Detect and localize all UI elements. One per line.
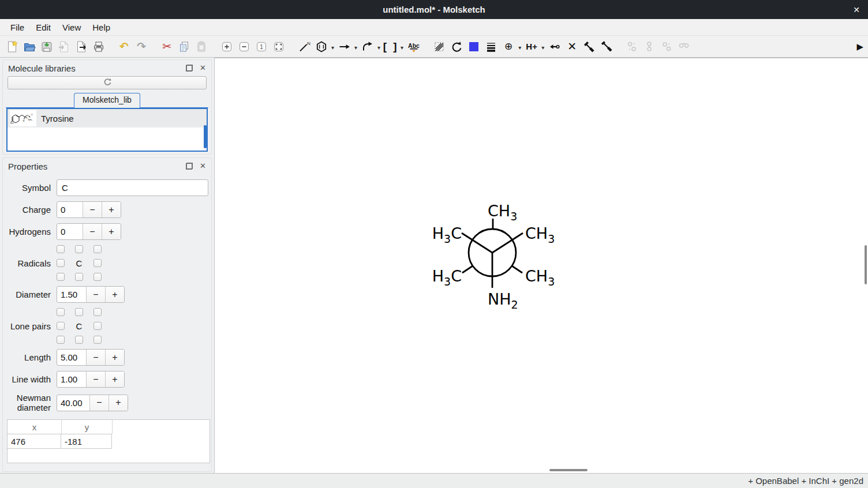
refresh-libraries-button[interactable] [8, 76, 207, 89]
bond[interactable] [512, 266, 522, 273]
radical-checkbox[interactable] [75, 273, 83, 281]
print-button[interactable] [91, 38, 107, 55]
drawing-canvas[interactable]: CH3H3CCH3H3CCH3NH2 [215, 58, 868, 473]
float-panel-icon[interactable] [186, 163, 193, 170]
mechanism-arrow-button[interactable] [360, 38, 376, 55]
radical-checkbox[interactable] [93, 259, 102, 267]
line-width-decrement-button[interactable]: − [86, 371, 105, 387]
copy-button[interactable] [176, 38, 192, 55]
atom-label-bottom[interactable]: NH2 [488, 290, 518, 311]
lone-pair-checkbox[interactable] [93, 308, 102, 316]
zoom-out-button[interactable] [236, 38, 252, 55]
radical-checkbox[interactable] [57, 245, 65, 253]
charge-value[interactable]: 0 [57, 202, 83, 217]
reaction-arrow-dropdown-icon[interactable]: ▾ [354, 42, 357, 51]
undo-button[interactable]: ↶ [116, 38, 132, 55]
diameter-value[interactable]: 1.50 [57, 287, 86, 302]
float-panel-icon[interactable] [186, 65, 193, 72]
new-document-button[interactable] [4, 38, 20, 55]
line-width-button[interactable] [483, 38, 499, 55]
reaction-arrow-button[interactable] [336, 38, 353, 55]
atom-label-lower-left[interactable]: H3C [432, 267, 462, 288]
newman-diameter-decrement-button[interactable]: − [89, 395, 108, 411]
menu-file[interactable]: File [5, 20, 30, 35]
insert-text-button[interactable]: Abc [406, 38, 422, 55]
lone-pair-checkbox[interactable] [57, 322, 65, 330]
column-header-y[interactable]: y [62, 420, 113, 434]
redo-button[interactable]: ↷ [133, 38, 149, 55]
open-button[interactable] [21, 38, 38, 55]
charge-increment-button[interactable]: + [102, 202, 121, 217]
line-width-value[interactable]: 1.00 [57, 371, 86, 387]
library-list-scrollbar[interactable] [204, 125, 207, 148]
cell-x[interactable]: 476 [7, 434, 61, 449]
insert-ring-dropdown-icon[interactable]: ▾ [331, 42, 334, 51]
mechanism-arrow-dropdown-icon[interactable]: ▾ [377, 42, 380, 51]
radical-checkbox[interactable] [57, 273, 65, 281]
diameter-increment-button[interactable]: + [105, 287, 124, 302]
save-button[interactable] [39, 38, 55, 55]
radical-checkbox[interactable] [93, 273, 102, 281]
menu-help[interactable]: Help [87, 20, 116, 35]
column-header-x[interactable]: x [8, 420, 62, 434]
fill-pattern-button[interactable] [431, 38, 447, 55]
bond[interactable] [462, 233, 492, 253]
menu-edit[interactable]: Edit [30, 20, 57, 35]
close-panel-icon[interactable]: ✕ [200, 163, 206, 170]
hydrogens-button[interactable]: H+ [523, 38, 540, 55]
color-picker-button[interactable] [466, 38, 482, 55]
list-item-tyrosine[interactable]: HO H NH₂ O Tyrosine [8, 109, 207, 127]
atom-label-lower-right[interactable]: CH3 [525, 267, 555, 288]
bond[interactable] [492, 233, 523, 253]
radical-checkbox[interactable] [57, 259, 65, 267]
length-value[interactable]: 5.00 [57, 350, 86, 365]
rotate-button[interactable] [448, 38, 465, 55]
electron-flow-button[interactable] [547, 38, 563, 55]
cell-y[interactable]: -181 [61, 434, 112, 449]
zoom-in-button[interactable] [219, 38, 235, 55]
hydrogens-increment-button[interactable]: + [102, 224, 121, 239]
close-window-icon[interactable]: ✕ [851, 4, 862, 16]
lone-pair-checkbox[interactable] [75, 336, 83, 344]
lone-pair-checkbox[interactable] [57, 336, 65, 344]
length-increment-button[interactable]: + [105, 350, 124, 365]
delete-tool-button[interactable]: ✕ [564, 38, 580, 55]
bond[interactable] [462, 266, 473, 273]
newman-diameter-value[interactable]: 40.00 [57, 395, 89, 411]
atom-label-top[interactable]: CH3 [488, 202, 517, 223]
hydrogens-decrement-button[interactable]: − [83, 224, 102, 239]
close-panel-icon[interactable]: ✕ [200, 65, 206, 72]
charge-button[interactable]: ⊕ [500, 38, 517, 55]
tab-molsketch-lib[interactable]: Molsketch_lib [74, 93, 140, 108]
export-button[interactable] [73, 38, 89, 55]
hydrogens-value[interactable]: 0 [57, 224, 83, 239]
atom-label-upper-right[interactable]: CH3 [525, 224, 555, 245]
align-tool-button[interactable] [581, 38, 597, 55]
draw-bond-button[interactable]: N [296, 38, 312, 55]
charge-decrement-button[interactable]: − [83, 202, 102, 217]
optimize-tool-button[interactable] [598, 38, 615, 55]
symbol-input[interactable]: C [57, 179, 208, 196]
lone-pair-checkbox[interactable] [93, 336, 102, 344]
cut-button[interactable]: ✂ [159, 38, 175, 55]
newman-projection-molecule[interactable]: CH3H3CCH3H3CCH3NH2 [215, 58, 865, 472]
lone-pair-checkbox[interactable] [57, 308, 65, 316]
hydrogens-dropdown-icon[interactable]: ▾ [541, 42, 544, 51]
menu-view[interactable]: View [57, 20, 87, 35]
radical-checkbox[interactable] [75, 245, 83, 253]
brackets-button[interactable]: [ ] [383, 38, 399, 55]
zoom-original-button[interactable]: 1 [253, 38, 270, 55]
canvas-horizontal-scrollbar[interactable] [549, 469, 588, 471]
diameter-decrement-button[interactable]: − [86, 287, 105, 302]
line-width-increment-button[interactable]: + [105, 371, 124, 387]
canvas-vertical-scrollbar[interactable] [865, 245, 867, 284]
lone-pair-checkbox[interactable] [93, 322, 102, 330]
insert-ring-button[interactable] [313, 38, 330, 55]
newman-diameter-increment-button[interactable]: + [108, 395, 128, 411]
radical-checkbox[interactable] [93, 245, 102, 253]
charge-dropdown-icon[interactable]: ▾ [518, 42, 521, 51]
lone-pair-checkbox[interactable] [75, 308, 83, 316]
atom-label-upper-left[interactable]: H3C [432, 224, 462, 245]
toolbar-overflow-icon[interactable]: ▶ [856, 42, 863, 52]
brackets-dropdown-icon[interactable]: ▾ [401, 42, 403, 51]
